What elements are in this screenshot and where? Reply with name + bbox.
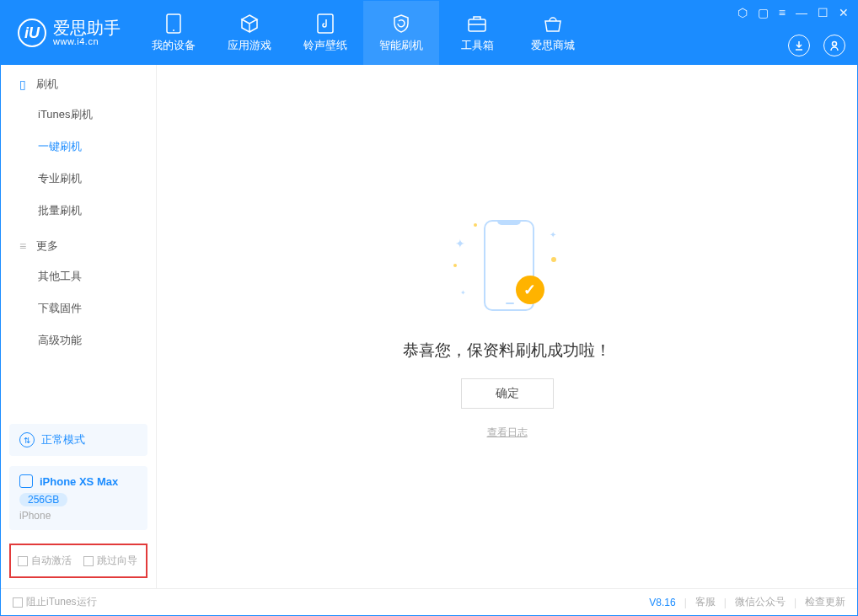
phone-icon [163,13,185,35]
dot-icon [453,264,457,267]
header-right-actions [788,35,845,56]
device-card[interactable]: iPhone XS Max 256GB iPhone [9,466,147,530]
nav-label: 应用游戏 [228,38,271,53]
header: iU 爱思助手 www.i4.cn 我的设备 应用游戏 铃声壁纸 [1,1,857,65]
nav-label: 铃声壁纸 [303,38,347,53]
notch-icon [497,220,521,225]
checkbox-auto-activate[interactable]: 自动激活 [18,554,72,568]
view-log-link[interactable]: 查看日志 [487,426,528,440]
checkbox-label: 自动激活 [31,554,72,568]
app-name: 爱思助手 [53,19,121,36]
toolbox-icon [466,13,488,35]
app-url: www.i4.cn [53,36,121,46]
main-content: ✦ ✦ ✦ ✓ 恭喜您，保资料刷机成功啦！ 确定 查看日志 [157,65,857,588]
phone-small-icon [19,474,33,488]
logo-icon: iU [18,19,46,47]
ok-button[interactable]: 确定 [461,378,554,409]
sidebar-item-download-fw[interactable]: 下载固件 [1,292,156,324]
sidebar-group-flash: ▯ 刷机 [1,65,156,99]
close-button[interactable]: ✕ [839,6,849,19]
logo[interactable]: iU 爱思助手 www.i4.cn [1,1,136,65]
sidebar-item-pro-flash[interactable]: 专业刷机 [1,163,156,195]
device-capacity-badge: 256GB [19,493,67,506]
nav-store[interactable]: 爱思商城 [515,1,591,65]
nav-apps[interactable]: 应用游戏 [212,1,287,65]
sidebar-group-more: ≡ 更多 [1,227,156,260]
footer: 阻止iTunes运行 V8.16 | 客服 | 微信公众号 | 检查更新 [1,588,857,615]
checkbox-icon [18,556,28,566]
top-nav: 我的设备 应用游戏 铃声壁纸 智能刷机 工具箱 [136,1,591,65]
nav-my-device[interactable]: 我的设备 [136,1,212,65]
cube-icon [239,13,260,35]
checkbox-label: 阻止iTunes运行 [26,595,97,609]
success-illustration: ✦ ✦ ✦ ✓ [448,213,566,323]
device-name: iPhone XS Max [40,475,118,488]
dot-icon [474,223,477,227]
svg-rect-2 [318,14,333,33]
checkbox-skip-guide[interactable]: 跳过向导 [83,554,137,568]
footer-link-wechat[interactable]: 微信公众号 [735,595,786,609]
footer-link-update[interactable]: 检查更新 [805,595,845,609]
group-title: 刷机 [36,77,58,92]
nav-toolbox[interactable]: 工具箱 [439,1,515,65]
sidebar-item-one-click-flash[interactable]: 一键刷机 [1,131,156,163]
nav-label: 智能刷机 [379,38,423,53]
device-type: iPhone [19,510,137,522]
sidebar-item-other-tools[interactable]: 其他工具 [1,260,156,292]
refresh-shield-icon [390,13,412,35]
svg-point-4 [833,42,837,46]
feedback-icon[interactable]: ▢ [758,6,769,19]
sidebar: ▯ 刷机 iTunes刷机 一键刷机 专业刷机 批量刷机 ≡ 更多 其他工具 下… [1,65,157,588]
svg-point-1 [173,29,174,31]
minimize-button[interactable]: — [796,6,807,19]
sidebar-item-advanced[interactable]: 高级功能 [1,324,156,356]
svg-rect-3 [469,19,485,31]
list-icon: ≡ [16,239,29,253]
sparkle-icon: ✦ [460,289,466,297]
nav-label: 工具箱 [461,38,494,53]
version-label: V8.16 [649,597,675,608]
download-icon [793,40,805,51]
maximize-button[interactable]: ☐ [818,6,829,19]
checkbox-icon [13,597,23,608]
logo-text: 爱思助手 www.i4.cn [53,19,121,46]
store-icon [542,13,564,35]
sync-icon [19,432,35,447]
checkbox-block-itunes[interactable]: 阻止iTunes运行 [13,595,97,609]
footer-link-support[interactable]: 客服 [695,595,716,609]
sparkle-icon: ✦ [550,230,556,239]
group-title: 更多 [36,238,58,254]
nav-label: 我的设备 [152,38,196,53]
device-icon: ▯ [16,78,29,91]
nav-label: 爱思商城 [531,38,575,53]
menu-icon[interactable]: ≡ [779,6,786,19]
user-button[interactable] [823,35,845,56]
highlighted-checkbox-row: 自动激活 跳过向导 [9,544,147,578]
window-controls: ⬡ ▢ ≡ — ☐ ✕ [737,6,849,19]
mode-card[interactable]: 正常模式 [9,424,147,456]
nav-ringtones[interactable]: 铃声壁纸 [287,1,363,65]
success-message: 恭喜您，保资料刷机成功啦！ [403,340,611,362]
checkbox-icon [83,556,94,566]
download-button[interactable] [788,35,810,56]
mode-label: 正常模式 [41,432,85,447]
dot-icon [551,257,556,262]
sidebar-item-itunes-flash[interactable]: iTunes刷机 [1,99,156,131]
user-icon [829,40,840,51]
sidebar-item-batch-flash[interactable]: 批量刷机 [1,195,156,227]
sparkle-icon: ✦ [455,237,465,250]
nav-flash[interactable]: 智能刷机 [363,1,439,65]
shirt-icon[interactable]: ⬡ [737,6,748,19]
music-file-icon [314,13,336,35]
checkmark-badge-icon: ✓ [516,276,544,304]
checkbox-label: 跳过向导 [97,554,137,568]
